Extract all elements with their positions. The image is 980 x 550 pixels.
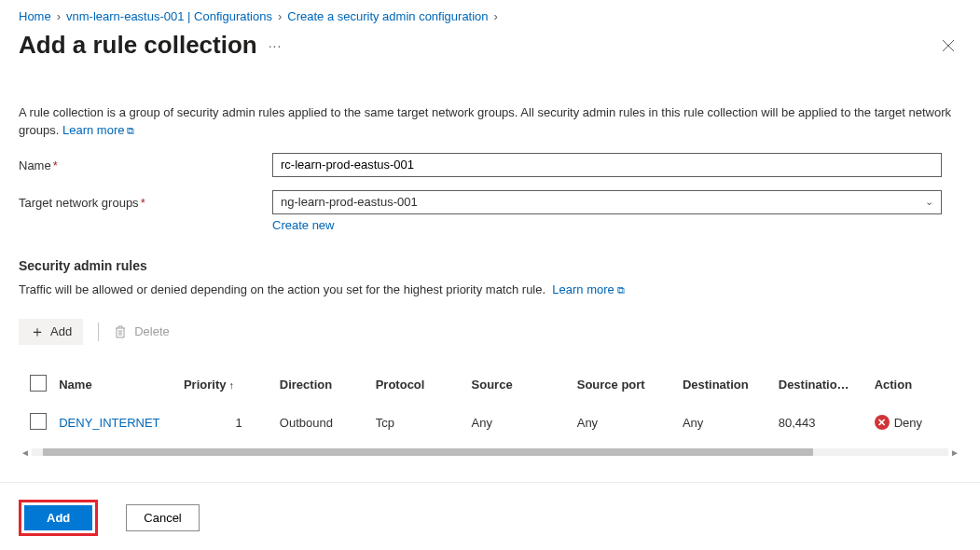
column-name[interactable]: Name [59, 367, 184, 404]
rules-table-wrap: Name Priority↑ Direction Protocol Source… [19, 367, 961, 458]
breadcrumb-create[interactable]: Create a security admin configuration [287, 9, 488, 23]
more-actions-icon[interactable]: ··· [269, 38, 283, 53]
security-admin-rules-subtitle: Traffic will be allowed or denied depend… [19, 282, 961, 296]
trash-icon [114, 324, 127, 339]
rules-toolbar: ＋ Add Delete [19, 319, 961, 345]
name-label: Name* [19, 153, 272, 172]
cell-priority: 1 [184, 404, 280, 442]
rules-learn-more-link[interactable]: Learn more⧉ [552, 282, 624, 296]
chevron-down-icon: ⌄ [925, 196, 933, 208]
table-row: DENY_INTERNET 1 Outbound Tcp Any Any Any… [19, 404, 951, 442]
column-source-port[interactable]: Source port [577, 367, 683, 404]
toolbar-divider [98, 323, 99, 341]
cell-protocol: Tcp [376, 404, 472, 442]
chevron-right-icon: › [57, 9, 61, 23]
horizontal-scrollbar[interactable]: ◄ ► [19, 447, 961, 458]
column-destination[interactable]: Destination [683, 367, 779, 404]
form-row-target-network-groups: Target network groups* ng-learn-prod-eas… [19, 190, 961, 232]
cell-direction: Outbound [280, 404, 376, 442]
column-direction[interactable]: Direction [280, 367, 376, 404]
scroll-right-icon: ► [948, 447, 961, 458]
create-new-link[interactable]: Create new [272, 218, 334, 232]
cell-destination: Any [683, 404, 779, 442]
row-checkbox[interactable] [30, 413, 47, 430]
scroll-left-icon: ◄ [19, 447, 32, 458]
add-button[interactable]: Add [24, 505, 92, 530]
breadcrumb-home[interactable]: Home [19, 9, 51, 23]
chevron-right-icon: › [278, 9, 282, 23]
highlight-annotation: Add [19, 500, 98, 536]
form-row-name: Name* [19, 153, 961, 177]
name-input[interactable] [272, 153, 942, 177]
column-source[interactable]: Source [472, 367, 577, 404]
external-link-icon: ⧉ [127, 125, 134, 136]
plus-icon: ＋ [30, 324, 45, 339]
delete-rule-label: Delete [134, 324, 170, 338]
deny-icon: ✕ [875, 415, 890, 430]
column-destination-port[interactable]: Destinatio… [779, 367, 875, 404]
description-text: A rule collection is a group of security… [19, 104, 960, 140]
security-admin-rules-heading: Security admin rules [19, 258, 961, 273]
cell-destination-port: 80,443 [779, 404, 875, 442]
close-icon [942, 39, 955, 52]
action-badge: ✕ Deny [875, 415, 922, 430]
column-action[interactable]: Action [875, 367, 951, 404]
learn-more-link[interactable]: Learn more⧉ [62, 123, 134, 137]
column-priority[interactable]: Priority↑ [184, 367, 280, 404]
sort-arrow-up-icon: ↑ [228, 379, 234, 391]
chevron-right-icon: › [494, 9, 498, 23]
select-all-checkbox[interactable] [30, 375, 47, 392]
rules-table: Name Priority↑ Direction Protocol Source… [19, 367, 951, 442]
column-protocol[interactable]: Protocol [376, 367, 472, 404]
footer-actions: Add Cancel [0, 483, 980, 550]
breadcrumb: Home › vnm-learn-eastus-001 | Configurat… [0, 0, 980, 29]
close-button[interactable] [935, 33, 961, 59]
add-rule-label: Add [50, 324, 72, 338]
cancel-button[interactable]: Cancel [126, 504, 199, 531]
page-header: Add a rule collection ··· [0, 29, 980, 73]
target-network-groups-label: Target network groups* [19, 190, 272, 210]
add-rule-button[interactable]: ＋ Add [19, 319, 83, 345]
description-body: A rule collection is a group of security… [19, 105, 951, 137]
dropdown-value: ng-learn-prod-eastus-001 [281, 195, 418, 209]
external-link-icon: ⧉ [617, 284, 625, 296]
target-network-groups-dropdown[interactable]: ng-learn-prod-eastus-001 ⌄ [272, 190, 942, 214]
page-title: Add a rule collection [19, 31, 257, 60]
rule-name-link[interactable]: DENY_INTERNET [59, 416, 159, 430]
delete-rule-button[interactable]: Delete [114, 324, 170, 339]
cell-source-port: Any [577, 404, 683, 442]
breadcrumb-config[interactable]: vnm-learn-eastus-001 | Configurations [66, 9, 272, 23]
action-label: Deny [894, 416, 922, 430]
cell-source: Any [472, 404, 577, 442]
